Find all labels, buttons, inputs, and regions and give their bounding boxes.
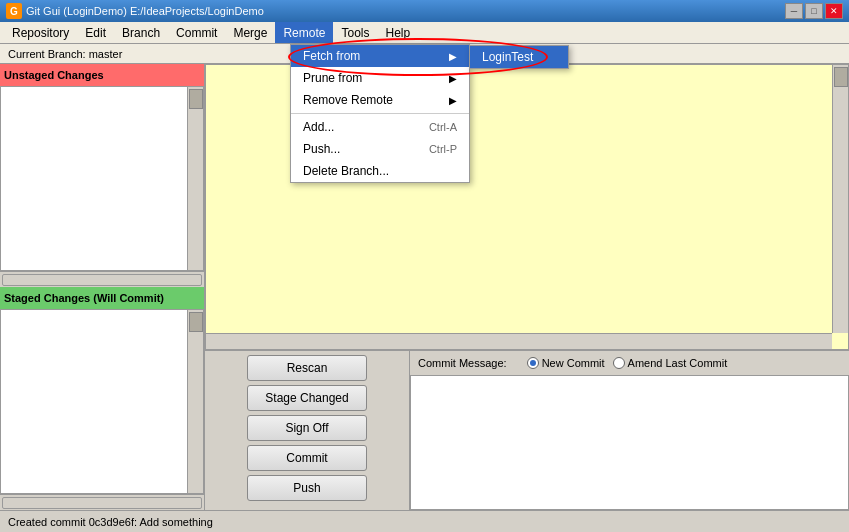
remote-dropdown-menu: Fetch from ▶ LoginTest Prune from ▶ Remo… <box>290 44 470 183</box>
unstaged-scrollbar-v[interactable] <box>187 87 203 270</box>
remote-menu-remove-remote[interactable]: Remove Remote ▶ <box>291 89 469 111</box>
fetch-from-submenu: LoginTest <box>469 45 569 69</box>
close-button[interactable]: ✕ <box>825 3 843 19</box>
commit-message-area: Commit Message: New Commit Amend Last Co… <box>410 351 849 510</box>
commit-msg-label: Commit Message: <box>418 357 507 369</box>
menu-tools[interactable]: Tools <box>333 22 377 43</box>
unstaged-file-list[interactable] <box>0 86 204 271</box>
window-controls: ─ □ ✕ <box>785 3 843 19</box>
remote-menu-fetch-from[interactable]: Fetch from ▶ LoginTest <box>291 45 469 67</box>
remote-menu-push[interactable]: Push... Ctrl-P <box>291 138 469 160</box>
menu-bar: Repository Edit Branch Commit Merge Remo… <box>0 22 849 44</box>
staged-file-list[interactable] <box>0 309 204 494</box>
rescan-button[interactable]: Rescan <box>247 355 367 381</box>
commit-msg-header: Commit Message: New Commit Amend Last Co… <box>410 351 849 375</box>
menu-edit[interactable]: Edit <box>77 22 114 43</box>
remote-menu-add[interactable]: Add... Ctrl-A <box>291 116 469 138</box>
amend-commit-radio-dot <box>613 357 625 369</box>
title-bar: G Git Gui (LoginDemo) E:/IdeaProjects/Lo… <box>0 0 849 22</box>
menu-branch[interactable]: Branch <box>114 22 168 43</box>
current-branch-label: Current Branch: master <box>8 48 122 60</box>
minimize-button[interactable]: ─ <box>785 3 803 19</box>
left-panel: Unstaged Changes Staged Changes (Will Co… <box>0 64 205 510</box>
menu-repository[interactable]: Repository <box>4 22 77 43</box>
menu-help[interactable]: Help <box>377 22 418 43</box>
push-button[interactable]: Push <box>247 475 367 501</box>
amend-commit-radio[interactable]: Amend Last Commit <box>613 357 728 369</box>
commit-type-radio-group: New Commit Amend Last Commit <box>527 357 728 369</box>
window-title: Git Gui (LoginDemo) E:/IdeaProjects/Logi… <box>26 5 264 17</box>
unstaged-header: Unstaged Changes <box>0 64 204 86</box>
remove-remote-arrow: ▶ <box>449 95 457 106</box>
staged-scrollbar-v[interactable] <box>187 310 203 493</box>
stage-changed-button[interactable]: Stage Changed <box>247 385 367 411</box>
staged-header: Staged Changes (Will Commit) <box>0 287 204 309</box>
diff-scrollbar-h[interactable] <box>206 333 832 349</box>
new-commit-radio[interactable]: New Commit <box>527 357 605 369</box>
title-bar-left: G Git Gui (LoginDemo) E:/IdeaProjects/Lo… <box>6 3 264 19</box>
status-text: Created commit 0c3d9e6f: Add something <box>8 516 213 528</box>
unstaged-scrollbar-h[interactable] <box>0 271 204 287</box>
remote-menu-delete-branch[interactable]: Delete Branch... <box>291 160 469 182</box>
menu-remote[interactable]: Remote <box>275 22 333 43</box>
menu-merge[interactable]: Merge <box>225 22 275 43</box>
menu-commit[interactable]: Commit <box>168 22 225 43</box>
sign-off-button[interactable]: Sign Off <box>247 415 367 441</box>
bottom-area: Rescan Stage Changed Sign Off Commit Pus… <box>205 350 849 510</box>
fetch-from-arrow: ▶ <box>449 51 457 62</box>
new-commit-radio-dot <box>527 357 539 369</box>
submenu-logintest[interactable]: LoginTest <box>470 46 568 68</box>
prune-from-arrow: ▶ <box>449 73 457 84</box>
status-bar: Created commit 0c3d9e6f: Add something <box>0 510 849 532</box>
maximize-button[interactable]: □ <box>805 3 823 19</box>
staged-scrollbar-h[interactable] <box>0 494 204 510</box>
diff-scrollbar-v[interactable] <box>832 65 848 333</box>
app-icon: G <box>6 3 22 19</box>
remote-menu-prune-from[interactable]: Prune from ▶ <box>291 67 469 89</box>
commit-message-textarea[interactable] <box>410 375 849 510</box>
menu-separator-1 <box>291 113 469 114</box>
commit-button[interactable]: Commit <box>247 445 367 471</box>
commit-buttons-panel: Rescan Stage Changed Sign Off Commit Pus… <box>205 351 410 510</box>
